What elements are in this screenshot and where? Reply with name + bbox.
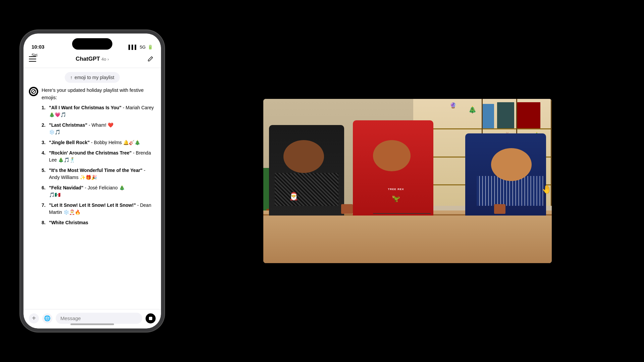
- laptop-cable: [373, 213, 431, 214]
- message-content: Here's your updated holiday playlist wit…: [42, 87, 156, 230]
- book-2: [497, 102, 515, 128]
- list-item: 6. "Feliz Navidad" - José Feliciano 🎄🎵🇲🇽: [42, 184, 156, 198]
- mug-left: [341, 204, 353, 214]
- edit-icon: [147, 56, 154, 62]
- chatgpt-logo: [30, 88, 37, 95]
- sweater-santa-icon: 🎅: [289, 192, 298, 201]
- mug-right: [494, 204, 505, 214]
- list-item: 8. "White Christmas: [42, 219, 156, 226]
- shelf-tree-1: 🎄: [468, 106, 477, 114]
- table: [263, 210, 552, 263]
- person-center-head: [373, 140, 411, 171]
- video-container: 🎄 🎄 🦌 🎁 🕐 🔮 🎅: [263, 99, 552, 263]
- hand-gesture: 🤚: [542, 185, 552, 194]
- dynamic-island: [72, 38, 112, 50]
- stop-button[interactable]: [146, 313, 156, 323]
- list-item: 4. "Rockin' Around the Christmas Tree" -…: [42, 149, 156, 164]
- book-3: [483, 104, 494, 129]
- ai-avatar: [29, 87, 38, 96]
- globe-button[interactable]: 🌐: [42, 313, 52, 323]
- menu-line-3: [29, 61, 36, 62]
- book-1: [517, 102, 540, 128]
- pill-button[interactable]: ↑ emoji to my playlist: [65, 72, 119, 83]
- tree-rex-text: TREE REX: [359, 188, 434, 191]
- chat-area[interactable]: ↑ emoji to my playlist Here's your updat…: [23, 68, 161, 309]
- list-item: 5. "It's the Most Wonderful Time of the …: [42, 167, 156, 181]
- playlist-list: 1. "All I Want for Christmas Is You" - M…: [42, 104, 156, 226]
- list-item: 3. "Jingle Bell Rock" - Bobby Helms 🔔🎸🎄: [42, 139, 156, 146]
- message-input[interactable]: [56, 313, 142, 324]
- model-version: 4o ›: [101, 57, 109, 62]
- list-item: 1. "All I Want for Christmas Is You" - M…: [42, 104, 156, 118]
- plus-button[interactable]: +: [29, 313, 39, 323]
- message-intro: Here's your updated holiday playlist wit…: [42, 87, 156, 102]
- list-item: 2. "Last Christmas" - Wham! ❤️❄️🎵: [42, 122, 156, 136]
- home-indicator: [70, 323, 114, 325]
- list-item: 7. "Let It Snow! Let It Snow! Let It Sno…: [42, 202, 156, 216]
- phone-screen: 10:03 ▌▌▌ 5G 🔋 Siri ChatGPT 4o ›: [23, 34, 161, 328]
- app-title: ChatGPT: [75, 56, 100, 62]
- edit-button[interactable]: [145, 54, 156, 64]
- person-left-head: [283, 140, 324, 173]
- person-right-head: [491, 148, 531, 181]
- phone-mockup: 10:03 ▌▌▌ 5G 🔋 Siri ChatGPT 4o ›: [20, 30, 164, 332]
- sweater-pattern-left: [275, 173, 338, 206]
- status-right: ▌▌▌ 5G 🔋: [128, 45, 153, 50]
- video-panel: 🎄 🎄 🦌 🎁 🕐 🔮 🎅: [164, 92, 644, 270]
- pill-label: emoji to my playlist: [74, 75, 114, 80]
- menu-line-2: [29, 59, 36, 59]
- network-type: 5G: [140, 45, 146, 50]
- stop-icon: [149, 317, 152, 320]
- header-title-area: ChatGPT 4o ›: [75, 56, 109, 62]
- ai-message: Here's your updated holiday playlist wit…: [29, 87, 156, 230]
- siri-label: Siri: [32, 53, 37, 58]
- signal-icon: ▌▌▌: [128, 45, 138, 50]
- bottom-bar: + 🌐: [23, 309, 161, 328]
- phone-frame: 10:03 ▌▌▌ 5G 🔋 Siri ChatGPT 4o ›: [20, 30, 164, 332]
- shelf-snowglobe: 🔮: [450, 102, 457, 109]
- tree-rex-dino: 🦖: [359, 194, 434, 202]
- video-scene: 🎄 🎄 🦌 🎁 🕐 🔮 🎅: [263, 99, 552, 263]
- upload-icon: ↑: [70, 75, 72, 80]
- battery-icon: 🔋: [148, 45, 153, 50]
- status-time: 10:03: [32, 44, 44, 50]
